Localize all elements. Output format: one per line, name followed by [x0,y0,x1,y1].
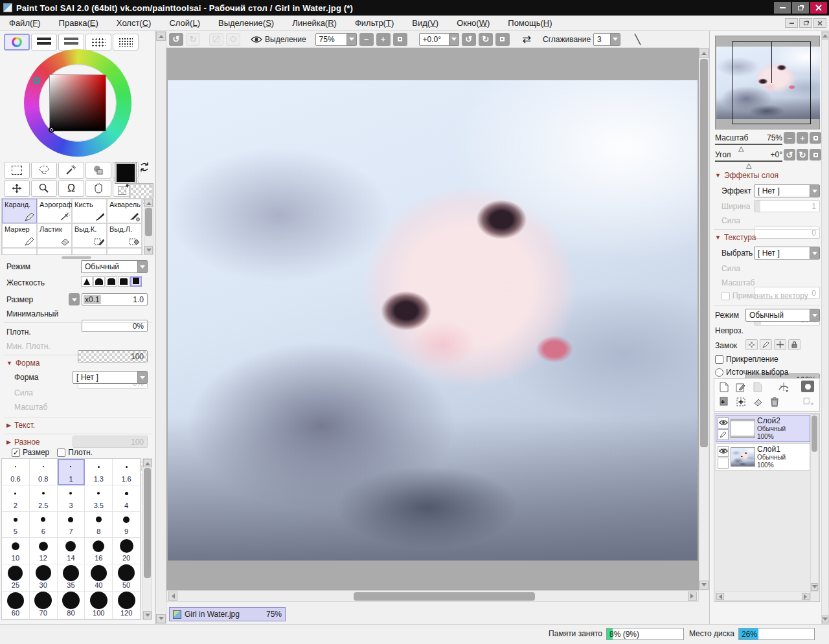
tab-hsv-sliders[interactable] [58,34,84,50]
canvas-viewport[interactable] [166,48,699,590]
menu-item-canvas[interactable]: Холст(C) [108,16,161,31]
brush-airbrush[interactable]: Аэрограф [37,199,72,223]
nav-rotate-cw-button[interactable]: ↻ [797,149,808,161]
brush-selection-eraser[interactable]: Выд.Л. [107,223,142,248]
delete-layer-button[interactable] [767,395,782,408]
canvas-horizontal-scrollbar[interactable] [166,590,699,602]
brush-size-cell[interactable]: 1.3 [85,459,113,485]
hue-cursor[interactable] [33,77,40,84]
brush-mode-select[interactable]: Обычный [81,260,148,273]
tab-color-wheel[interactable] [4,34,30,50]
size-checkbox[interactable]: ✓ [12,449,20,457]
tool-magic-wand[interactable] [58,162,84,179]
brush-size-cell[interactable]: 70 [30,592,58,619]
canvas-vertical-scrollbar[interactable] [699,48,709,590]
tool-zoom[interactable] [31,180,57,197]
navigator-angle-slider[interactable]: Угол +0° [715,150,782,162]
menu-item-file[interactable]: Файл(F) [0,16,50,31]
brush-size-cell[interactable]: 120 [113,592,141,619]
hardness-3[interactable] [106,276,117,287]
scroll-up-arrow[interactable] [143,459,152,467]
zoom-reset-button[interactable] [393,33,407,46]
layer-thumbnail[interactable] [731,419,755,438]
nav-zoom-in-button[interactable]: + [797,132,808,144]
text-section-header[interactable]: ▶ Текст. [6,421,35,430]
layer-edit-indicator[interactable] [718,429,729,440]
scroll-up-arrow[interactable] [822,32,828,39]
brush-size-cell[interactable]: 1.6 [113,459,141,485]
invert-selection-button[interactable] [226,33,240,46]
brush-size-cell[interactable]: 2 [2,485,30,512]
lock-paint-button[interactable] [760,339,772,350]
nav-rotate-reset-button[interactable] [810,149,821,161]
min-size-field[interactable]: 0% [82,320,148,332]
swap-colors-button[interactable] [139,161,150,173]
menu-item-view[interactable]: Вид(V) [403,16,448,31]
layer-thumbnail[interactable] [731,447,755,467]
brush-size-cell[interactable]: 12 [30,538,58,564]
zoom-select[interactable]: 75% [315,33,357,46]
slider-marker-icon[interactable]: △ [746,162,751,168]
menu-item-layer[interactable]: Слой(L) [160,16,209,31]
brush-size-cell[interactable]: 4 [113,485,141,512]
scroll-right-arrow[interactable] [688,592,697,601]
menu-item-window[interactable]: Окно(W) [448,16,499,31]
brush-size-cell[interactable]: 80 [58,592,85,619]
brush-size-cell-selected[interactable]: 1 [58,459,85,485]
lock-transparency-button[interactable] [745,339,758,350]
layer-row-layer1[interactable]: Слой1 Обычный 100% [716,443,810,471]
brush-selection-pen[interactable]: Выд.К. [72,223,107,248]
brush-size-cell[interactable]: 50 [113,564,141,592]
lock-move-button[interactable] [774,339,786,350]
effect-strength-slider[interactable]: 0 [754,227,820,239]
new-vector-layer-button[interactable] [734,381,748,394]
hardness-1[interactable] [81,276,93,287]
layer-list-vscrollbar[interactable] [810,414,819,592]
tool-rotate-canvas[interactable]: Ω [58,180,84,197]
scroll-down-arrow[interactable] [143,611,152,619]
brush-pencil[interactable]: Каранд. [2,199,37,223]
brush-size-cell[interactable]: 40 [85,564,113,592]
brush-size-cell[interactable]: 5 [2,512,30,539]
brush-size-cell[interactable]: 9 [113,512,141,539]
navigator[interactable] [715,36,820,129]
canvas-artwork[interactable] [168,80,698,561]
size-field[interactable]: x0.1 1.0 [82,293,148,305]
transfer-down-button[interactable] [717,395,731,408]
document-tab[interactable]: Girl in Water.jpg 75% [169,607,286,621]
scroll-up-arrow[interactable] [144,199,153,207]
foreground-color-swatch[interactable] [115,162,136,183]
lock-all-button[interactable] [788,339,801,350]
vector-edit-button[interactable] [777,381,791,394]
scroll-up-arrow[interactable] [156,32,166,41]
brush-size-cell[interactable]: 35 [58,564,85,592]
misc-section-header[interactable]: ▶ Разное [6,438,40,447]
menu-item-selection[interactable]: Выделение(S) [209,16,283,31]
brush-size-cell[interactable]: 0.8 [30,459,58,485]
brush-size-cell[interactable]: 3.5 [85,485,113,512]
size-grid-scrollbar[interactable] [142,458,152,620]
smoothing-select[interactable]: 3 [593,33,620,46]
brush-size-cell[interactable]: 14 [58,538,85,564]
tab-swatches[interactable] [113,34,139,50]
zoom-out-button[interactable]: − [359,33,374,46]
layer-visibility-toggle[interactable] [718,446,729,457]
brush-size-cell[interactable]: 3 [58,485,85,512]
scroll-down-arrow[interactable] [144,246,153,254]
menu-item-ruler[interactable]: Линейка(R) [283,16,346,31]
effect-select[interactable]: [ Нет ] [754,184,820,197]
scroll-left-arrow[interactable] [168,592,177,601]
navigator-scale-slider[interactable]: Масштаб 75% [715,133,782,145]
shape-select[interactable]: [ Нет ] [73,371,148,384]
clipping-checkbox[interactable] [715,355,723,364]
tool-hand[interactable] [85,180,111,197]
zoom-in-button[interactable]: + [376,33,391,46]
tool-shape[interactable] [85,162,111,179]
brush-size-cell[interactable]: 8 [85,512,113,539]
new-layer-button[interactable] [717,381,731,394]
line-tool-button[interactable]: ╲ [635,34,641,45]
nav-rotate-ccw-button[interactable]: ↺ [784,149,795,161]
redo-button[interactable]: ↻ [186,33,200,46]
merge-down-button[interactable] [734,395,748,408]
layer-visibility-toggle[interactable] [718,417,729,428]
